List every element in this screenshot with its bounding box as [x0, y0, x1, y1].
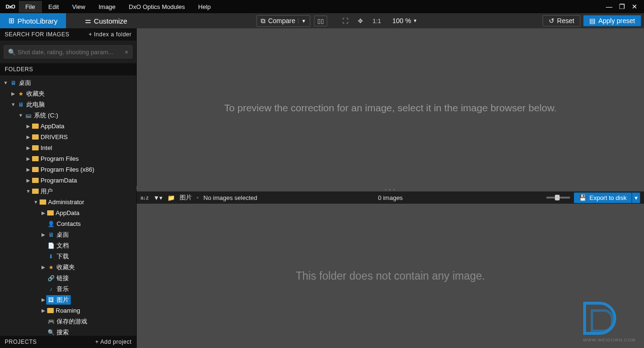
- browser-count: 0 images: [378, 194, 403, 201]
- apply-preset-label: Apply preset: [598, 17, 635, 25]
- tree-users[interactable]: ▼用户: [0, 186, 136, 197]
- main-toolbar: ⊞ PhotoLibrary ⚌ Customize ⧉ Compare ▼ ▯…: [0, 13, 644, 28]
- browser-path: 图片: [180, 193, 192, 202]
- fit-button[interactable]: ⛶: [339, 16, 351, 26]
- zoom-select[interactable]: 100 % ▼: [388, 16, 422, 26]
- move-button[interactable]: ✥: [355, 16, 366, 26]
- menu-edit[interactable]: Edit: [42, 1, 66, 13]
- tree-contacts[interactable]: 👤Contacts: [0, 218, 136, 229]
- sort-button[interactable]: a↓z: [140, 195, 149, 200]
- split-view-button[interactable]: ▯▯: [314, 16, 327, 26]
- window-controls: — ❐ ✕: [606, 3, 642, 10]
- maximize-icon[interactable]: ❐: [619, 3, 625, 10]
- reset-label: Reset: [557, 17, 575, 25]
- folder-tree: ▼🖥桌面 ▶★收藏夹 ▼🖥此电脑 ▼🖴系统 (C:) ▶AppData ▶DRI…: [0, 75, 136, 336]
- tree-pictures[interactable]: ▶🖼图片: [0, 294, 136, 305]
- tree-system-c[interactable]: ▼🖴系统 (C:): [0, 110, 136, 121]
- apply-preset-button[interactable]: ▤ Apply preset: [583, 15, 641, 26]
- tree-admin-favorites[interactable]: ▶★收藏夹: [0, 262, 136, 273]
- sliders-icon: ⚌: [85, 17, 91, 25]
- grid-icon: ⊞: [8, 17, 15, 25]
- content-area: ⋮⋮ To preview the correction for an imag…: [137, 28, 644, 348]
- tree-music[interactable]: ♪音乐: [0, 283, 136, 294]
- tree-program-files[interactable]: ▶Program Files: [0, 153, 136, 164]
- menu-image[interactable]: Image: [92, 1, 122, 13]
- tree-desktop[interactable]: ▼🖥桌面: [0, 77, 136, 88]
- compare-icon: ⧉: [261, 17, 265, 25]
- tree-administrator[interactable]: ▼Administrator: [0, 197, 136, 207]
- filter-button[interactable]: ▼▾: [153, 194, 163, 201]
- search-header: SEARCH FOR IMAGES + Index a folder: [0, 28, 136, 41]
- menu-optics[interactable]: DxO Optics Modules: [122, 1, 191, 13]
- projects-header: PROJECTS + Add project: [0, 336, 136, 348]
- tab-photolibrary-label: PhotoLibrary: [17, 17, 58, 25]
- app-logo: DxO: [6, 4, 15, 9]
- tree-downloads[interactable]: ⬇下载: [0, 251, 136, 262]
- tree-program-files-x86[interactable]: ▶Program Files (x86): [0, 164, 136, 175]
- clear-search-icon[interactable]: ×: [122, 49, 128, 56]
- zoom-value: 100 %: [392, 17, 411, 25]
- preview-message: To preview the correction for an image, …: [224, 102, 556, 114]
- close-icon[interactable]: ✕: [632, 3, 637, 10]
- browser-empty-message: This folder does not contain any image.: [296, 270, 485, 282]
- search-input[interactable]: [17, 49, 122, 56]
- search-header-label: SEARCH FOR IMAGES: [5, 31, 69, 38]
- reset-icon: ↺: [549, 17, 554, 25]
- search-box[interactable]: 🔍 ×: [4, 45, 132, 58]
- title-bar: DxO File Edit View Image DxO Optics Modu…: [0, 0, 644, 13]
- compare-button[interactable]: ⧉ Compare ▼: [256, 15, 311, 27]
- tree-admin-appdata[interactable]: ▶AppData: [0, 207, 136, 218]
- tree-admin-desktop[interactable]: ▶🖥桌面: [0, 229, 136, 240]
- browser-header: a↓z ▼▾ 📁 图片 • No images selected 0 image…: [137, 191, 644, 204]
- minimize-icon[interactable]: —: [606, 3, 612, 10]
- tree-this-pc[interactable]: ▼🖥此电脑: [0, 99, 136, 110]
- tree-links[interactable]: 🔗链接: [0, 273, 136, 283]
- export-dropdown[interactable]: ▾: [632, 192, 640, 203]
- sidebar: SEARCH FOR IMAGES + Index a folder 🔍 × F…: [0, 28, 137, 348]
- tree-roaming[interactable]: ▶Roaming: [0, 305, 136, 316]
- watermark-logo-icon: [583, 302, 616, 335]
- chevron-down-icon: ▼: [298, 18, 306, 24]
- chevron-down-icon: ▼: [413, 18, 417, 23]
- reset-button[interactable]: ↺ Reset: [543, 15, 581, 26]
- tab-customize-label: Customize: [94, 17, 127, 25]
- ratio-button[interactable]: 1:1: [370, 16, 384, 26]
- preset-icon: ▤: [589, 17, 595, 25]
- browser-body: This folder does not contain any image. …: [137, 204, 644, 348]
- watermark: WWW.WEIDOWN.COM: [583, 302, 636, 342]
- folders-header: FOLDERS: [0, 63, 136, 75]
- tree-saved-games[interactable]: 🎮保存的游戏: [0, 316, 136, 327]
- index-folder-link[interactable]: + Index a folder: [89, 31, 132, 38]
- main-menu: File Edit View Image DxO Optics Modules …: [19, 1, 217, 13]
- search-icon: 🔍: [8, 49, 16, 56]
- tree-searches[interactable]: 🔍搜索: [0, 327, 136, 336]
- menu-view[interactable]: View: [66, 1, 92, 13]
- horizontal-splitter[interactable]: • • •: [137, 188, 644, 191]
- tab-photolibrary[interactable]: ⊞ PhotoLibrary: [0, 13, 66, 28]
- tree-documents[interactable]: 📄文档: [0, 240, 136, 251]
- export-label: Export to disk: [589, 194, 627, 201]
- preview-pane: To preview the correction for an image, …: [137, 28, 644, 188]
- tree-drivers[interactable]: ▶DRIVERS: [0, 132, 136, 142]
- menu-file[interactable]: File: [19, 1, 42, 13]
- tree-appdata[interactable]: ▶AppData: [0, 121, 136, 132]
- tree-programdata[interactable]: ▶ProgramData: [0, 175, 136, 186]
- menu-help[interactable]: Help: [191, 1, 217, 13]
- browser-selection: No images selected: [204, 194, 257, 201]
- folders-header-label: FOLDERS: [5, 66, 33, 73]
- thumbnail-size-slider[interactable]: [546, 197, 570, 199]
- folder-icon: 📁: [167, 194, 175, 201]
- tree-intel[interactable]: ▶Intel: [0, 142, 136, 153]
- tree-favorites[interactable]: ▶★收藏夹: [0, 88, 136, 99]
- export-button[interactable]: 💾 Export to disk: [574, 192, 632, 203]
- tab-customize[interactable]: ⚌ Customize: [76, 13, 136, 28]
- watermark-text: WWW.WEIDOWN.COM: [583, 338, 636, 342]
- add-project-link[interactable]: + Add project: [95, 339, 132, 345]
- projects-header-label: PROJECTS: [5, 339, 37, 345]
- compare-label: Compare: [268, 17, 296, 25]
- disk-icon: 💾: [579, 194, 586, 201]
- main-area: SEARCH FOR IMAGES + Index a folder 🔍 × F…: [0, 28, 644, 348]
